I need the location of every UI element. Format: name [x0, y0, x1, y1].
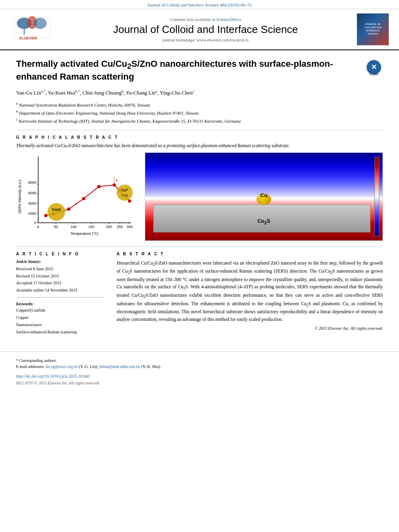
issn-line: 0021-9797/© 2015 Elsevier Inc. All right…	[16, 381, 383, 385]
svg-text:Cu⁰: Cu⁰	[121, 188, 128, 192]
accepted-date: Accepted 17 October 2015	[16, 279, 105, 287]
sers-chart: 0 2000 4000 6000 8000 SERS Intensity (a.…	[16, 152, 137, 241]
svg-point-40	[82, 197, 85, 200]
sers-chart-svg: 0 2000 4000 6000 8000 SERS Intensity (a.…	[16, 152, 137, 241]
elsevier-logo-icon: ELSEVIER	[12, 15, 52, 43]
svg-text:6000: 6000	[28, 191, 36, 195]
svg-text:8000: 8000	[28, 181, 36, 185]
graphical-abstract-title: G R A P H I C A L A B S T R A C T	[16, 135, 383, 140]
journal-reference: Journal of Colloid and Interface Science…	[0, 0, 399, 9]
svg-text:ELSEVIER: ELSEVIER	[19, 36, 37, 40]
svg-text:200: 200	[106, 225, 112, 229]
graphical-abstract-description: Thermally activated Cu/Cu₂S/ZnO nanoarch…	[16, 143, 383, 148]
article-history-label: Article history:	[16, 259, 105, 264]
copyright-text: © 2015 Elsevier Inc. All rights reserved…	[117, 326, 383, 331]
revised-date: Revised 15 October 2015	[16, 273, 105, 280]
article-info-title: A R T I C L E I N F O	[16, 252, 105, 256]
svg-point-39	[67, 207, 70, 211]
sim-cu-label: Cu	[260, 192, 267, 198]
crossmark-icon: ✕ CrossMark	[365, 58, 383, 76]
svg-text:●: ●	[116, 179, 118, 182]
journal-title: Journal of Colloid and Interface Science	[64, 23, 347, 36]
svg-point-37	[44, 214, 47, 217]
email-1-link[interactable]: lin.yg@nsrrc.org.tw	[45, 364, 78, 369]
svg-text:↓: ↓	[119, 185, 121, 192]
journal-cover-image: JOURNAL OF COLLOID AND INTERFACE SCIENCE	[355, 13, 391, 45]
keyword-3: Nanostructures	[16, 321, 105, 329]
simulation-image: Cu Cu2S	[145, 152, 383, 241]
cover-thumbnail: JOURNAL OF COLLOID AND INTERFACE SCIENCE	[357, 13, 389, 45]
svg-text:Cu₂S: Cu₂S	[121, 194, 128, 197]
svg-text:50: 50	[54, 225, 58, 229]
sciencedirect-link[interactable]: ScienceDirect	[216, 17, 241, 22]
main-content: Thermally activated Cu/Cu2S/ZnO nanoarch…	[0, 50, 399, 343]
svg-text:150: 150	[88, 225, 94, 229]
authors-line: Yan-Gu Lina,*, Yu-Kuei Hsub,*, Chin-Jung…	[16, 88, 383, 97]
svg-text:100: 100	[70, 225, 76, 229]
svg-text:0: 0	[34, 221, 36, 225]
two-column-section: A R T I C L E I N F O Article history: R…	[16, 252, 383, 336]
abstract-title: A B S T R A C T	[117, 252, 383, 256]
received-date: Received 8 June 2015	[16, 265, 105, 273]
graphical-abstract-images: 0 2000 4000 6000 8000 SERS Intensity (a.…	[16, 152, 383, 241]
svg-text:0: 0	[37, 225, 39, 229]
corresponding-note: * Corresponding authors.	[16, 358, 383, 363]
keyword-4: Surface-enhanced Raman scattering	[16, 329, 105, 336]
graphical-abstract-section: G R A P H I C A L A B S T R A C T Therma…	[16, 135, 383, 241]
svg-text:Temperature (°C): Temperature (°C)	[70, 232, 98, 236]
contents-available: Contents lists available at ScienceDirec…	[64, 17, 347, 22]
keyword-2: Copper	[16, 314, 105, 321]
section-divider-1	[16, 130, 383, 130]
elsevier-logo-area: ELSEVIER	[8, 15, 56, 43]
email-addresses: E-mail addresses: lin.yg@nsrrc.org.tw (Y…	[16, 364, 383, 369]
doi-link[interactable]: http://dx.doi.org/10.1016/j.jcis.2015.10…	[16, 374, 90, 378]
sim-cu2s-label: Cu2S	[257, 218, 270, 225]
svg-text:250: 250	[117, 225, 123, 229]
svg-text:↑: ↑	[74, 200, 77, 207]
journal-header: ELSEVIER Contents lists available at Sci…	[0, 9, 399, 50]
svg-text:300: 300	[126, 225, 132, 229]
journal-homepage: journal homepage: www.elsevier.com/locat…	[64, 37, 347, 42]
svg-text:SERS Intensity (a.u.): SERS Intensity (a.u.)	[18, 180, 22, 214]
svg-text:✕: ✕	[371, 63, 377, 71]
svg-text:Cu₂S: Cu₂S	[52, 207, 61, 212]
svg-point-4	[34, 18, 47, 29]
keyword-1: Copper(I) sulfide	[16, 307, 105, 314]
journal-title-area: Contents lists available at ScienceDirec…	[56, 17, 355, 42]
footer-section: * Corresponding authors. E-mail addresse…	[0, 351, 399, 389]
abstract-text: Hierarchical Cu/Cu2S/ZnO nanoarchitectur…	[117, 259, 383, 323]
svg-text:2000: 2000	[28, 212, 36, 216]
svg-point-43	[128, 199, 131, 203]
svg-point-41	[97, 185, 101, 188]
svg-text:4000: 4000	[28, 201, 36, 205]
article-title: Thermally activated Cu/Cu2S/ZnO nanoarch…	[16, 58, 359, 83]
affiliations: a National Synchrotron Radiation Researc…	[16, 101, 383, 125]
svg-point-44	[47, 203, 65, 221]
email-2-link[interactable]: ykhsu@mail.ndhu.edu.tw	[99, 364, 140, 369]
keywords-label: Keywords:	[16, 302, 105, 306]
svg-text:CrossMark: CrossMark	[369, 73, 379, 76]
available-date: Available online 14 November 2015	[16, 287, 105, 294]
article-title-section: Thermally activated Cu/Cu2S/ZnO nanoarch…	[16, 58, 383, 83]
info-divider	[16, 297, 105, 298]
article-info-column: A R T I C L E I N F O Article history: R…	[16, 252, 105, 336]
abstract-column: A B S T R A C T Hierarchical Cu/Cu2S/ZnO…	[117, 252, 383, 336]
section-divider-2	[16, 246, 383, 247]
